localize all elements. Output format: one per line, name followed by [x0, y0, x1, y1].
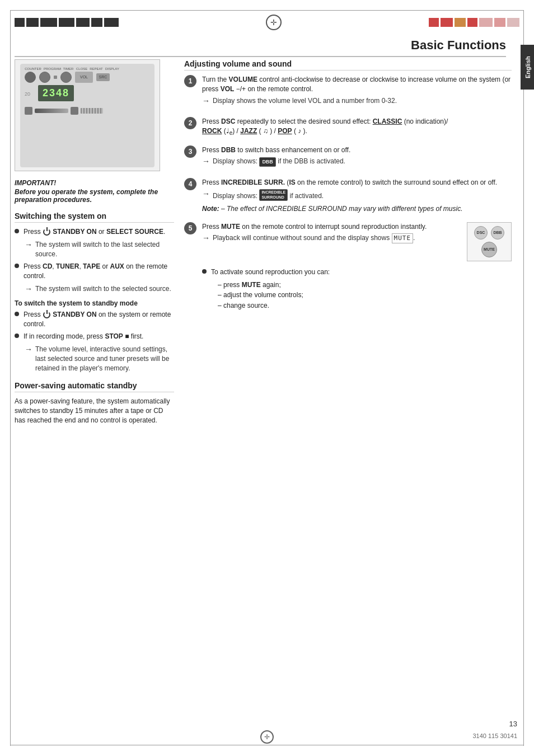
- activate-sound-text: To activate sound reproduction you can:: [211, 267, 330, 277]
- standby-bullet-1-text: Press STANDBY ON on the system or remote…: [24, 310, 174, 329]
- bullet-dot: [15, 229, 19, 233]
- important-text: Before you operate the system, complete …: [15, 188, 174, 204]
- top-decorative-bar: ✛: [15, 15, 519, 30]
- step-3: 3 Press DBB to switch bass enhancement o…: [184, 145, 512, 170]
- right-column: Adjusting volume and sound 1 Turn the VO…: [184, 59, 512, 426]
- bullet-dot: [15, 264, 19, 268]
- dbb-button: DBB: [491, 226, 504, 240]
- bar-block-colored: [455, 18, 466, 27]
- adjusting-volume-heading: Adjusting volume and sound: [184, 59, 512, 71]
- switching-arrow-2: → The system will switch to the selected…: [25, 284, 174, 294]
- step-2: 2 Press DSC repeatedly to select the des…: [184, 117, 512, 138]
- device-display: 2348: [38, 85, 74, 101]
- step-5-content: Press MUTE on the remote control to inte…: [202, 222, 512, 312]
- catalog-number: 3140 115 30141: [472, 732, 517, 739]
- step-1: 1 Turn the VOLUME control anti-clockwise…: [184, 75, 512, 109]
- page-border-right: [523, 10, 524, 746]
- dbb-indicator: DBB: [259, 157, 276, 167]
- device-bottom-controls: [25, 107, 150, 115]
- switching-bullet-1: Press STANDBY ON or SELECT SOURCE.: [15, 227, 174, 237]
- bar-block: [59, 18, 74, 27]
- bar-block-colored: [467, 18, 477, 27]
- switching-arrow-1: → The system will switch to the last sel…: [25, 240, 174, 259]
- left-column: COUNTER PROGRAM TIMER CLOSE REPEAT DISPL…: [15, 59, 174, 426]
- remote-btn-bottom: MUTE: [481, 242, 497, 257]
- page-number: 13: [509, 720, 517, 728]
- step-2-content: Press DSC repeatedly to select the desir…: [202, 117, 512, 138]
- power-saving-heading: Power-saving automatic standby: [15, 381, 174, 392]
- bullet-dot: [15, 334, 19, 338]
- page-title: Basic Functions: [15, 38, 506, 57]
- bullet-dot: [15, 312, 19, 316]
- dsc-button: DSC: [474, 226, 488, 240]
- switching-section-heading: Switching the system on: [15, 212, 174, 223]
- step-5-text: Press MUTE on the remote control to inte…: [202, 222, 461, 247]
- standby-bullet-2: If in recording mode, press STOP ■ first…: [15, 332, 174, 341]
- step-5-main: Press MUTE on the remote control to inte…: [202, 222, 512, 264]
- step-4-note: Note: – The effect of INCREDIBLE SURROUN…: [202, 204, 512, 214]
- step-4-arrow: → Display shows: INCREDIBLESURROUND if a…: [202, 189, 512, 201]
- power-saving-section: Power-saving automatic standby As a powe…: [15, 381, 174, 426]
- device-display-row: 20 2348: [25, 85, 150, 104]
- step-1-arrow: → Display shows the volume level VOL and…: [202, 96, 512, 106]
- activate-sub-3: – change source.: [218, 301, 512, 311]
- switching-bullet-1-text: Press STANDBY ON or SELECT SOURCE.: [24, 227, 165, 237]
- page-border-top: [10, 10, 524, 11]
- standby-bullet-2-text: If in recording mode, press STOP ■ first…: [24, 332, 143, 341]
- main-content: COUNTER PROGRAM TIMER CLOSE REPEAT DISPL…: [15, 59, 512, 426]
- step-1-content: Turn the VOLUME control anti-clockwise t…: [202, 75, 512, 109]
- standby-icon: [43, 228, 50, 236]
- language-tab: English: [521, 45, 534, 90]
- compass-icon: ✛: [266, 15, 282, 30]
- bar-block: [26, 18, 39, 27]
- important-box: IMPORTANT! Before you operate the system…: [15, 179, 174, 204]
- step-4-number: 4: [184, 178, 196, 190]
- switching-bullet-2: Press CD, TUNER, TAPE or AUX on the remo…: [15, 262, 174, 281]
- standby-icon-2: [43, 311, 50, 318]
- right-bar-segment: [429, 18, 519, 27]
- remote-btn-top-row: DSC DBB: [474, 226, 504, 240]
- bar-block: [76, 18, 90, 27]
- mute-button: MUTE: [481, 242, 497, 257]
- step-4-content: Press INCREDIBLE SURR. (IS on the remote…: [202, 178, 512, 214]
- step-2-number: 2: [184, 117, 196, 129]
- step-3-content: Press DBB to switch bass enhancement on …: [202, 145, 512, 170]
- step-3-number: 3: [184, 145, 196, 158]
- bar-block: [104, 18, 119, 27]
- remote-buttons-image: DSC DBB MUTE: [467, 222, 512, 261]
- standby-arrow-2: → The volume level, interactive sound se…: [25, 345, 174, 373]
- mute-display: MUTE: [392, 233, 414, 243]
- device-label-row: COUNTER PROGRAM TIMER CLOSE REPEAT DISPL…: [25, 67, 150, 71]
- step-5-number: 5: [184, 222, 196, 234]
- activate-sound-bullet: To activate sound reproduction you can:: [202, 267, 512, 277]
- standby-mode-heading: To switch the system to standby mode: [15, 299, 174, 307]
- device-buttons-row1: VOL SRC: [25, 72, 150, 83]
- step-5-arrow: → Playback will continue without sound a…: [202, 233, 461, 243]
- important-title: IMPORTANT!: [15, 179, 174, 187]
- step-3-arrow: → Display shows: DBB if the DBB is activ…: [202, 157, 512, 167]
- power-saving-text: As a power-saving feature, the system au…: [15, 397, 174, 426]
- page-border-left: [10, 10, 11, 746]
- bar-block-colored: [441, 18, 453, 27]
- bar-block: [40, 18, 57, 27]
- switching-section: Switching the system on Press STANDBY ON…: [15, 212, 174, 373]
- surround-indicator: INCREDIBLESURROUND: [259, 189, 288, 201]
- step-5-extra: To activate sound reproduction you can: …: [202, 267, 512, 311]
- page-border-bottom: [10, 745, 524, 746]
- bar-block-colored: [479, 18, 493, 27]
- bar-block: [15, 18, 25, 27]
- device-image: COUNTER PROGRAM TIMER CLOSE REPEAT DISPL…: [15, 59, 160, 171]
- activate-sub-1: – press MUTE again;: [218, 280, 512, 290]
- left-bar-segment: [15, 18, 119, 27]
- bullet-dot: [202, 269, 207, 274]
- activate-sub-2: – adjust the volume controls;: [218, 290, 512, 300]
- bar-block-colored: [494, 18, 505, 27]
- bar-block-colored: [507, 18, 519, 27]
- bar-block: [91, 18, 102, 27]
- bar-block-colored: [429, 18, 439, 27]
- step-5: 5 Press MUTE on the remote control to in…: [184, 222, 512, 312]
- switching-bullet-2-text: Press CD, TUNER, TAPE or AUX on the remo…: [24, 262, 174, 281]
- standby-bullet-1: Press STANDBY ON on the system or remote…: [15, 310, 174, 329]
- step-4: 4 Press INCREDIBLE SURR. (IS on the remo…: [184, 178, 512, 214]
- device-vol-indicator: 20: [25, 91, 30, 97]
